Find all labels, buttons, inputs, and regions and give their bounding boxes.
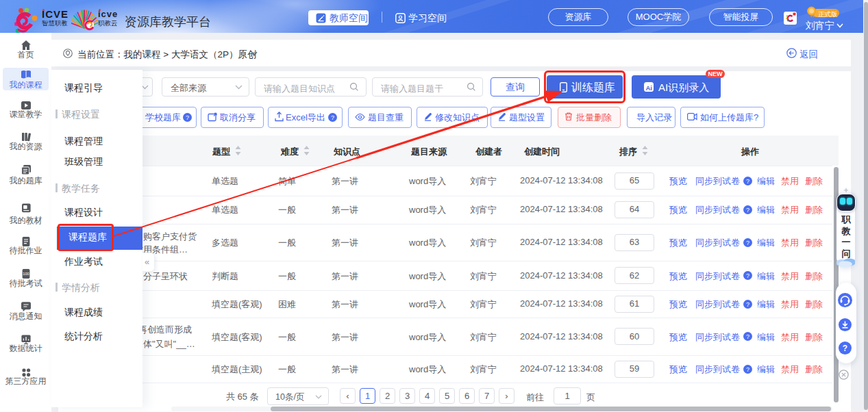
svg-text:?: ?	[746, 240, 749, 246]
svg-text:?: ?	[746, 301, 749, 308]
svg-text:?: ?	[331, 114, 334, 121]
svg-text:?: ?	[746, 207, 749, 214]
svg-text:?: ?	[746, 178, 749, 185]
svg-text:?: ?	[746, 366, 749, 373]
svg-text:?: ?	[746, 272, 749, 279]
svg-text:?: ?	[746, 333, 749, 340]
svg-text:100: 100	[23, 272, 29, 276]
svg-text:?: ?	[842, 344, 847, 353]
svg-text:?: ?	[186, 114, 189, 121]
